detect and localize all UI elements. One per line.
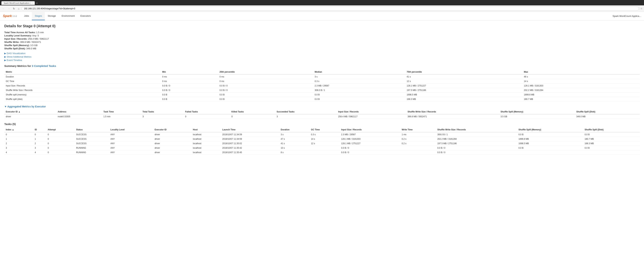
aggregated-title: ▼ Aggregated Metrics by Executor xyxy=(4,105,640,108)
task-locality: ANY xyxy=(109,132,153,137)
home-button[interactable]: ⌂ xyxy=(17,7,20,11)
refresh-button[interactable]: ↻ xyxy=(12,7,16,11)
col-p75: 75th percentile xyxy=(405,70,522,74)
task-shuffle-spill-disk xyxy=(583,150,640,155)
agg-col-total-tasks: Total Tasks xyxy=(141,109,184,114)
new-tab-button[interactable]: + xyxy=(35,1,39,5)
agg-input-size: 258.4 MB / 5962117 xyxy=(337,114,406,119)
spark-logo-text: Spark xyxy=(3,14,12,18)
task-attempt: 0 xyxy=(46,141,75,146)
table-row: 2 2 0 SUCCESS ANY driver localhost 2019/… xyxy=(4,141,640,146)
metric-p25: 0.0 B xyxy=(218,93,313,97)
task-status: SUCCESS xyxy=(75,132,109,137)
col-max: Max xyxy=(522,70,640,74)
agg-executor-id: driver xyxy=(4,114,56,119)
agg-col-task-time: Task Time xyxy=(102,109,141,114)
task-col-gc-time: GC Time xyxy=(310,127,340,132)
shuffle-write-label: Shuffle Write: xyxy=(4,41,19,43)
table-row: 4 4 0 RUNNING ANY driver localhost 2019/… xyxy=(4,150,640,155)
bookmark-icon: ☆ xyxy=(640,7,642,10)
task-index: 0 xyxy=(4,132,33,137)
shuffle-spill-mem-label: Shuffle Spill (Memory): xyxy=(4,44,30,47)
metric-name: GC Time xyxy=(4,79,161,84)
task-col-attempt: Attempt xyxy=(46,127,75,132)
task-attempt: 0 xyxy=(46,137,75,141)
metric-min: 0.0 B / 0 xyxy=(161,84,218,88)
metric-p25: 0 ms xyxy=(218,79,313,84)
col-min: Min xyxy=(161,70,218,74)
shuffle-write-row: Shuffle Write: 399.8 MB / 5932471 xyxy=(4,41,640,43)
task-gc-time xyxy=(310,146,340,150)
metric-name: Duration xyxy=(4,74,161,79)
url-bar[interactable] xyxy=(22,7,639,11)
agg-col-input-size: Input Size / Records xyxy=(337,109,406,114)
task-shuffle-spill-mem: 1698.5 MB xyxy=(517,141,583,146)
task-host: localhost xyxy=(192,150,221,155)
tab-environment[interactable]: Environment xyxy=(59,12,78,20)
task-launch-time: 2019/10/07 11:34:59 xyxy=(221,132,279,137)
task-gc-time: 14 s xyxy=(310,137,340,141)
task-id: 4 xyxy=(33,150,46,155)
metric-median: 3 s xyxy=(313,74,405,79)
task-status: SUCCESS xyxy=(75,141,109,146)
navigation-bar: ← → ↻ ⌂ ☆ xyxy=(0,6,644,12)
total-time-row: Total Time Across All Tasks: 1.5 min xyxy=(4,31,640,34)
metric-p75: 128.1 MB / 2751227 xyxy=(405,84,522,88)
agg-col-shuffle-spill-disk: Shuffle Spill (Disk) xyxy=(575,109,640,114)
task-executor: driver xyxy=(153,150,192,155)
tab-title: Spark WordCount Application ( xyxy=(4,2,30,4)
table-row: driver node0:33305 1.5 min 3 0 0 3 258.4… xyxy=(4,114,640,119)
task-id: 3 xyxy=(33,146,46,150)
show-additional-metrics-link[interactable]: ▶ Show Additional Metrics xyxy=(4,55,640,58)
total-time-label: Total Time Across All Tasks: xyxy=(4,31,36,34)
dag-visualization-link[interactable]: ▶ DAG Visualization xyxy=(4,52,640,55)
agg-col-executor-id[interactable]: Executor ID ▲ xyxy=(4,109,56,114)
task-launch-time: 2019/10/07 11:35:02 xyxy=(221,141,279,146)
metric-median: 2.3 MB / 29587 xyxy=(313,84,405,88)
task-shuffle-write: 0.0 B / 0 xyxy=(436,150,517,155)
stage-info: Total Time Across All Tasks: 1.5 min Loc… xyxy=(4,31,640,50)
active-tab[interactable]: Spark WordCount Application ( × xyxy=(2,1,35,5)
metric-min: 0.0 B / 0 xyxy=(161,88,218,93)
metric-p75: 12 s xyxy=(405,79,522,84)
task-executor: driver xyxy=(153,137,192,141)
agg-killed-tasks: 0 xyxy=(230,114,275,119)
task-shuffle-spill-mem: 0.0 B xyxy=(517,146,583,150)
task-col-index[interactable]: Index ▲ xyxy=(4,127,33,132)
table-row: Shuffle spill (memory) 0.0 B 0.0 B 0.0 B… xyxy=(4,93,640,97)
shuffle-spill-disk-value: 349.0 MB xyxy=(26,47,36,50)
task-shuffle-spill-mem xyxy=(517,150,583,155)
task-host: localhost xyxy=(192,141,221,146)
main-content: Details for Stage 0 (Attempt 0) Total Ti… xyxy=(0,21,644,162)
metric-median: 0.0 B xyxy=(313,93,405,97)
task-write-time xyxy=(400,150,436,155)
forward-button[interactable]: → xyxy=(7,7,11,11)
task-locality: ANY xyxy=(109,146,153,150)
tasks-table: Index ▲ ID Attempt Status Locality Level… xyxy=(4,127,640,155)
task-locality: ANY xyxy=(109,150,153,155)
task-duration: 3 s xyxy=(279,132,310,137)
browser-chrome: Spark WordCount Application ( × + ← → ↻ … xyxy=(0,0,644,12)
tab-storage[interactable]: Storage xyxy=(45,12,59,20)
task-host: localhost xyxy=(192,146,221,150)
table-row: Input Size / Records 0.0 B / 0 0.0 B / 0… xyxy=(4,84,640,88)
tab-close-button[interactable]: × xyxy=(32,2,32,4)
shuffle-write-value: 399.8 MB / 5932471 xyxy=(20,41,41,43)
completed-tasks-link[interactable]: 3 Completed Tasks xyxy=(32,64,56,67)
table-row: Shuffle spill (disk) 0.0 B 0.0 B 0.0 B 1… xyxy=(4,97,640,102)
tab-executors[interactable]: Executors xyxy=(78,12,94,20)
locality-label: Locality Level Summary: xyxy=(4,34,32,37)
task-col-launch-time: Launch Time xyxy=(221,127,279,132)
input-size-value: 258.4 MB / 5962117 xyxy=(28,38,49,40)
event-timeline-link[interactable]: ▶ Event Timeline xyxy=(4,59,640,62)
metric-min: 0.0 B xyxy=(161,97,218,102)
back-button[interactable]: ← xyxy=(2,7,5,11)
task-executor: driver xyxy=(153,132,192,137)
tab-stages[interactable]: Stages xyxy=(32,12,45,20)
metric-p75: 41 s xyxy=(405,74,522,79)
task-col-shuffle-write: Shuffle Write Size / Records xyxy=(436,127,517,132)
shuffle-spill-mem-row: Shuffle Spill (Memory): 3.5 GB xyxy=(4,44,640,47)
task-shuffle-write: 202.2 MB / 3181284 xyxy=(436,137,517,141)
agg-shuffle-spill-mem: 3.5 GB xyxy=(499,114,575,119)
tab-jobs[interactable]: Jobs xyxy=(21,12,32,20)
